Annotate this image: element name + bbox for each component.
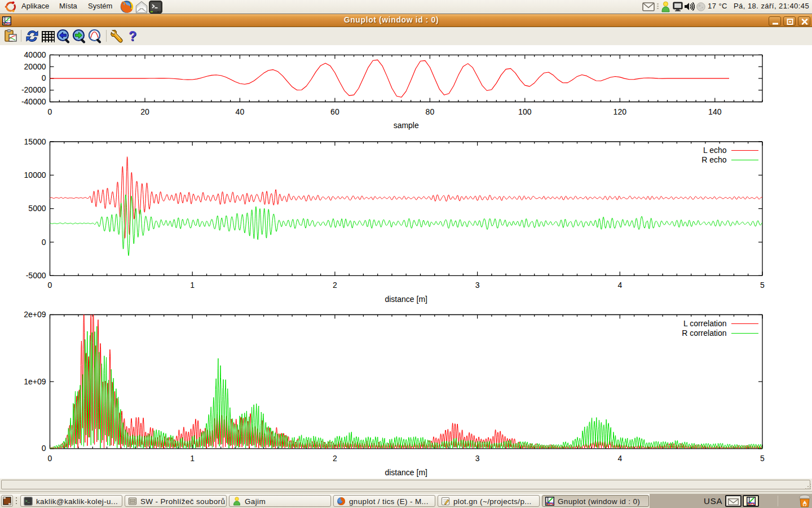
svg-text:0: 0 (48, 107, 52, 116)
svg-text:0: 0 (42, 238, 46, 247)
svg-text:10000: 10000 (24, 170, 46, 179)
svg-text:1: 1 (190, 281, 195, 290)
svg-text:3: 3 (475, 454, 480, 463)
svg-text:0: 0 (42, 444, 46, 453)
svg-text:-20000: -20000 (21, 85, 46, 94)
svg-text:-5000: -5000 (26, 271, 46, 280)
svg-text:4: 4 (617, 454, 622, 463)
svg-text:80: 80 (426, 107, 435, 116)
svg-text:0: 0 (42, 73, 46, 82)
svg-text:0: 0 (48, 281, 52, 290)
svg-text:5000: 5000 (28, 204, 46, 213)
svg-text:5: 5 (760, 454, 765, 463)
svg-text:distance [m]: distance [m] (385, 468, 427, 477)
svg-text:20: 20 (140, 107, 149, 116)
svg-text:5: 5 (760, 281, 765, 290)
svg-text:L echo: L echo (703, 146, 727, 155)
svg-text:sample: sample (394, 121, 419, 130)
svg-text:1: 1 (190, 454, 195, 463)
svg-text:2e+09: 2e+09 (24, 310, 46, 319)
svg-text:2: 2 (333, 454, 337, 463)
svg-text:40000: 40000 (24, 50, 46, 59)
svg-text:R echo: R echo (701, 155, 727, 164)
svg-text:3: 3 (475, 281, 480, 290)
svg-text:40: 40 (236, 107, 245, 116)
svg-text:0: 0 (48, 454, 52, 463)
svg-text:120: 120 (614, 107, 627, 116)
svg-text:2: 2 (333, 281, 337, 290)
svg-text:distance [m]: distance [m] (385, 295, 427, 304)
svg-text:4: 4 (617, 281, 622, 290)
svg-text:20000: 20000 (24, 62, 46, 71)
svg-text:60: 60 (330, 107, 339, 116)
svg-text:15000: 15000 (24, 137, 46, 146)
svg-text:100: 100 (518, 107, 532, 116)
svg-text:-40000: -40000 (21, 97, 46, 106)
svg-text:R correlation: R correlation (682, 329, 726, 338)
svg-text:1e+09: 1e+09 (24, 377, 46, 386)
svg-text:>_: >_ (25, 499, 30, 503)
svg-text:L correlation: L correlation (683, 319, 727, 328)
svg-text:140: 140 (708, 107, 722, 116)
